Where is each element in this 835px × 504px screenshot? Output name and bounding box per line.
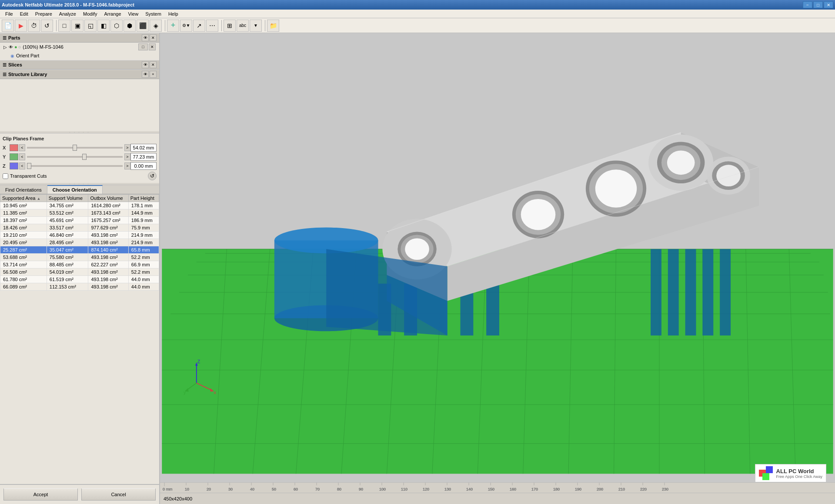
table-row[interactable]: 61.780 cm²61.519 cm²493.198 cm²44.0 mm [0,276,159,283]
toolbar-text[interactable]: abc [237,20,249,32]
menu-prepare[interactable]: Prepare [32,10,56,17]
toolbar-add[interactable]: + [167,20,179,32]
toolbar-sep4 [264,20,265,31]
toolbar-box3[interactable]: ◱ [84,20,97,32]
toolbar-new[interactable]: 📄 [2,20,14,32]
toolbar-box4[interactable]: ◧ [97,20,110,32]
menu-modify[interactable]: Modify [80,10,100,17]
clip-z-row: Z < > 0.00 mm [3,162,157,170]
toolbar-oct[interactable]: ⬢ [124,20,136,32]
cell-6-1: 35.047 cm² [47,246,88,254]
svg-text:120: 120 [423,487,429,491]
menu-arrange[interactable]: Arrange [100,10,124,17]
toolbar-text2[interactable]: ▼ [250,20,262,32]
table-row[interactable]: 10.945 cm²34.755 cm²1614.280 cm²178.1 mm [0,202,159,209]
slices-title: Slices [8,62,22,67]
table-row[interactable]: 11.385 cm²53.512 cm²1673.143 cm²144.9 mm [0,209,159,217]
toolbar-cube[interactable]: ⬛ [137,20,149,32]
table-row[interactable]: 56.508 cm²54.019 cm²493.198 cm²52.2 mm [0,269,159,276]
parts-eye-btn[interactable]: 👁 [142,34,149,41]
clip-x-color-btn[interactable] [10,144,18,151]
cell-0-2: 1614.280 cm² [88,202,128,209]
toolbar-save[interactable]: ⏱ [28,20,40,32]
accept-button[interactable]: Accept [3,488,78,501]
cell-0-3: 178.1 mm [128,202,159,209]
cancel-button[interactable]: Cancel [81,488,156,501]
clip-x-value[interactable]: 54.02 mm [130,144,157,152]
clip-z-slider[interactable] [27,165,123,167]
clip-x-row: X < > 54.02 mm [3,144,157,152]
transparent-cuts-checkbox[interactable] [3,173,8,179]
minimize-button[interactable]: − [803,1,812,8]
toolbar-sep2 [164,20,165,31]
maximize-button[interactable]: □ [813,1,823,8]
menu-file[interactable]: File [2,10,17,17]
viewport[interactable]: Z y x 0 mm 10 20 30 40 [160,33,835,504]
cell-10-0: 61.780 cm² [0,276,47,283]
table-row[interactable]: 25.287 cm²35.047 cm²874.140 cm²65.8 mm [0,246,159,254]
clip-z-left-btn[interactable]: < [19,162,25,169]
menu-edit[interactable]: Edit [17,10,32,17]
menu-help[interactable]: Help [165,10,182,17]
part-x-btn[interactable]: ✕ [149,43,156,50]
cell-8-0: 53.714 cm² [0,261,47,269]
table-row[interactable]: 53.714 cm²88.485 cm²622.227 cm²66.9 mm [0,261,159,269]
menu-system[interactable]: System [142,10,165,17]
bottom-buttons: Accept Cancel [0,484,159,504]
structure-icon: ☰ [3,72,7,77]
parts-close-btn[interactable]: ✕ [150,34,157,41]
cell-6-2: 874.140 cm² [88,246,128,254]
toolbar-folder[interactable]: 📁 [267,20,279,32]
cell-3-0: 18.426 cm² [0,224,47,232]
toolbar-tool1[interactable]: ⚙▼ [180,20,192,32]
refresh-btn[interactable]: ↺ [148,172,157,180]
col-support-volume[interactable]: Support Volume [47,195,88,202]
toolbar-refresh[interactable]: ↺ [41,20,53,32]
col-outbox-volume[interactable]: Outbox Volume [88,195,128,202]
orient-part-item[interactable]: ◉ Orient Part [0,51,159,60]
table-row[interactable]: 18.426 cm²33.517 cm²977.629 cm²75.9 mm [0,224,159,232]
clip-y-color-btn[interactable] [10,153,18,160]
cell-4-3: 214.9 mm [128,232,159,239]
table-row[interactable]: 53.688 cm²75.580 cm²493.198 cm²52.2 mm [0,254,159,261]
clip-y-right-btn[interactable]: > [124,153,130,160]
structure-eye-btn[interactable]: 👁 [142,71,149,78]
slices-close-btn[interactable]: ✕ [150,61,157,68]
structure-add-btn[interactable]: + [150,71,157,78]
col-part-height[interactable]: Part Height [128,195,159,202]
toolbar-box1[interactable]: □ [58,20,70,32]
slices-eye-btn[interactable]: 👁 [142,61,149,68]
table-row[interactable]: 19.210 cm²46.840 cm²493.198 cm²214.9 mm [0,232,159,239]
toolbar-box2[interactable]: ▣ [71,20,84,32]
cell-4-0: 19.210 cm² [0,232,47,239]
clip-z-color-btn[interactable] [10,162,18,169]
table-row[interactable]: 20.495 cm²28.495 cm²493.198 cm²214.9 mm [0,239,159,246]
toolbar-open[interactable]: ▶ [15,20,27,32]
clip-z-value[interactable]: 0.00 mm [130,162,157,170]
clip-z-right-btn[interactable]: > [124,162,130,169]
toolbar-diamond[interactable]: ◈ [150,20,162,32]
close-button[interactable]: ✕ [824,1,833,8]
menu-analyze[interactable]: Analyze [56,10,80,17]
clip-x-right-btn[interactable]: > [124,144,130,151]
clip-y-slider[interactable] [27,156,123,158]
svg-text:20: 20 [207,487,211,491]
toolbar-mesh[interactable]: ⊞ [224,20,236,32]
clip-x-slider[interactable] [27,147,123,149]
clip-y-left-btn[interactable]: < [19,153,25,160]
toolbar-hex[interactable]: ⬡ [110,20,123,32]
toolbar-arrow[interactable]: ↗ [193,20,205,32]
tab-find-orientations[interactable]: Find Orientations [0,185,47,194]
clip-y-label: Y [3,154,10,159]
clip-x-left-btn[interactable]: < [19,144,25,151]
toolbar-dots[interactable]: ⋯ [206,20,218,32]
part-item[interactable]: ▷ 👁 ● ○ (100%) M-FS-1046 □ ✕ [0,43,159,51]
part-num-btn[interactable]: □ [138,43,148,50]
col-supported-area[interactable]: Supported Area ▲ [0,195,47,202]
table-row[interactable]: 18.397 cm²45.691 cm²1675.257 cm²186.9 mm [0,217,159,224]
table-row[interactable]: 66.089 cm²112.153 cm²493.198 cm²44.0 mm [0,283,159,291]
clip-y-value[interactable]: 77.23 mm [130,153,157,161]
tab-choose-orientation[interactable]: Choose Orientation [47,185,103,194]
menu-view[interactable]: View [125,10,142,17]
orientation-table-scroll[interactable]: Supported Area ▲ Support Volume Outbox V… [0,194,159,484]
